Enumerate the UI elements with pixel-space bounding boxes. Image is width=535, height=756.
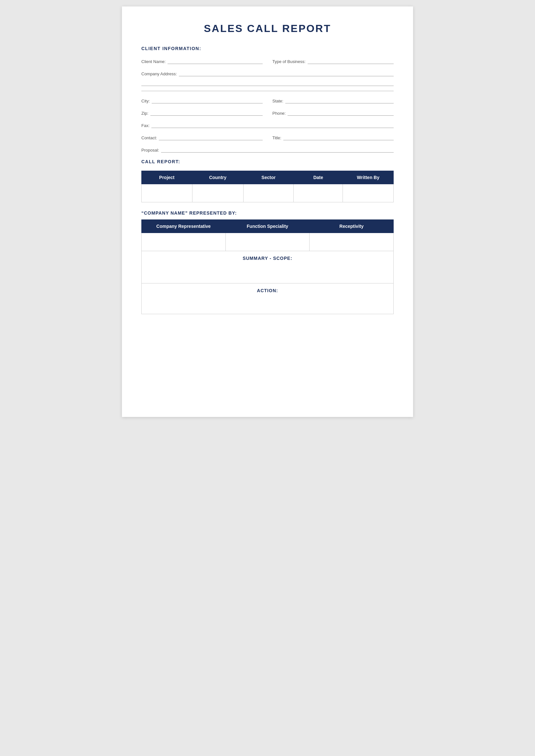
zip-phone-row: Zip: Phone: <box>141 109 394 116</box>
function-speciality-cell[interactable] <box>225 233 310 251</box>
city-field: City: <box>141 97 263 103</box>
zip-field: Zip: <box>141 109 263 116</box>
company-rep-input[interactable] <box>145 239 222 244</box>
fax-input[interactable] <box>152 122 394 128</box>
proposal-label: Proposal: <box>141 148 159 152</box>
col-function-speciality: Function Speciality <box>225 220 310 233</box>
country-cell[interactable] <box>192 184 243 202</box>
action-label: ACTION: <box>147 288 388 293</box>
phone-field: Phone: <box>272 109 394 116</box>
company-represented-heading: “COMPANY NAME” REPRESENTED BY: <box>141 210 394 216</box>
fax-label: Fax: <box>141 123 150 128</box>
col-country: Country <box>192 171 243 184</box>
company-address-input-1[interactable] <box>179 70 394 76</box>
sector-input[interactable] <box>247 191 291 196</box>
state-label: State: <box>272 98 283 103</box>
type-of-business-label: Type of Business: <box>272 59 306 64</box>
proposal-field: Proposal: <box>141 146 394 152</box>
col-sector: Sector <box>243 171 294 184</box>
title-input[interactable] <box>283 134 394 140</box>
receptivity-cell[interactable] <box>310 233 394 251</box>
company-address-input-2[interactable] <box>141 79 394 86</box>
zip-label: Zip: <box>141 111 149 116</box>
type-of-business-input[interactable] <box>308 58 394 64</box>
client-info-section: CLIENT INFORMATION: Client Name: Type of… <box>141 46 394 152</box>
zip-input[interactable] <box>151 109 263 116</box>
call-report-table: Project Country Sector Date Written By <box>141 171 394 202</box>
call-report-heading: CALL REPORT: <box>141 159 394 164</box>
title-field: Title: <box>272 134 394 140</box>
phone-input[interactable] <box>288 109 394 116</box>
date-input[interactable] <box>297 191 339 196</box>
summary-scope-cell[interactable]: SUMMARY - SCOPE: <box>142 251 394 284</box>
company-rep-header-row: Company Representative Function Speciali… <box>142 220 394 233</box>
page: SALES CALL REPORT CLIENT INFORMATION: Cl… <box>122 7 413 417</box>
col-written-by: Written By <box>343 171 394 184</box>
company-rep-data-row <box>142 233 394 251</box>
call-report-header-row: Project Country Sector Date Written By <box>142 171 394 184</box>
receptivity-input[interactable] <box>313 239 390 244</box>
company-rep-cell[interactable] <box>142 233 226 251</box>
client-name-field: Client Name: <box>141 58 263 64</box>
company-address-row-2 <box>141 79 394 86</box>
sector-cell[interactable] <box>243 184 294 202</box>
company-address-row: Company Address: <box>141 70 394 76</box>
contact-input[interactable] <box>159 134 263 140</box>
client-info-heading: CLIENT INFORMATION: <box>141 46 394 51</box>
col-company-rep: Company Representative <box>142 220 226 233</box>
country-input[interactable] <box>196 191 240 196</box>
city-input[interactable] <box>152 97 263 103</box>
project-cell[interactable] <box>142 184 192 202</box>
project-input[interactable] <box>145 191 189 196</box>
company-represented-section: “COMPANY NAME” REPRESENTED BY: Company R… <box>141 210 394 314</box>
company-address-label: Company Address: <box>141 71 177 76</box>
proposal-input[interactable] <box>161 146 394 152</box>
action-row: ACTION: <box>142 284 394 314</box>
client-name-label: Client Name: <box>141 59 166 64</box>
state-input[interactable] <box>285 97 394 103</box>
summary-scope-label: SUMMARY - SCOPE: <box>147 256 388 261</box>
col-project: Project <box>142 171 192 184</box>
client-name-input[interactable] <box>168 58 263 64</box>
title-label: Title: <box>272 135 281 140</box>
function-speciality-input[interactable] <box>229 239 306 244</box>
fax-field: Fax: <box>141 122 394 128</box>
divider-1 <box>141 91 394 91</box>
action-cell[interactable]: ACTION: <box>142 284 394 314</box>
col-date: Date <box>294 171 343 184</box>
date-cell[interactable] <box>294 184 343 202</box>
call-report-section: CALL REPORT: Project Country Sector Date… <box>141 159 394 202</box>
call-report-data-row <box>142 184 394 202</box>
page-title: SALES CALL REPORT <box>141 23 394 35</box>
state-field: State: <box>272 97 394 103</box>
contact-field: Contact: <box>141 134 263 140</box>
city-state-row: City: State: <box>141 97 394 103</box>
proposal-row: Proposal: <box>141 146 394 152</box>
col-receptivity: Receptivity <box>310 220 394 233</box>
phone-label: Phone: <box>272 111 286 116</box>
written-by-cell[interactable] <box>343 184 394 202</box>
summary-scope-row: SUMMARY - SCOPE: <box>142 251 394 284</box>
contact-label: Contact: <box>141 135 157 140</box>
company-rep-table: Company Representative Function Speciali… <box>141 220 394 314</box>
type-of-business-field: Type of Business: <box>272 58 394 64</box>
fax-row: Fax: <box>141 122 394 128</box>
city-label: City: <box>141 98 150 103</box>
contact-title-row: Contact: Title: <box>141 134 394 140</box>
written-by-input[interactable] <box>346 191 390 196</box>
client-name-row: Client Name: Type of Business: <box>141 58 394 64</box>
